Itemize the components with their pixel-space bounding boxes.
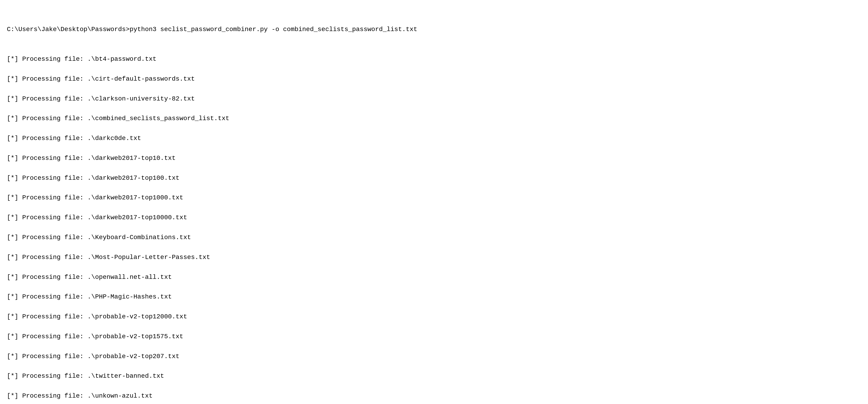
terminal-line-9: [*] Processing file: .\Keyboard-Combinat…: [7, 232, 861, 242]
terminal-output: C:\Users\Jake\Desktop\Passwords>python3 …: [7, 5, 861, 44]
terminal-line-16: [*] Processing file: .\twitter-banned.tx…: [7, 371, 861, 381]
terminal-line-4: [*] Processing file: .\darkc0de.txt: [7, 133, 861, 143]
terminal-line-0: [*] Processing file: .\bt4-password.txt: [7, 54, 861, 64]
terminal-line-13: [*] Processing file: .\probable-v2-top12…: [7, 312, 861, 321]
terminal-line-2: [*] Processing file: .\clarkson-universi…: [7, 94, 861, 104]
terminal-line-11: [*] Processing file: .\openwall.net-all.…: [7, 272, 861, 282]
terminal-line-1: [*] Processing file: .\cirt-default-pass…: [7, 74, 861, 84]
terminal-line-15: [*] Processing file: .\probable-v2-top20…: [7, 351, 861, 361]
command-line: C:\Users\Jake\Desktop\Passwords>python3 …: [7, 25, 861, 34]
terminal-line-8: [*] Processing file: .\darkweb2017-top10…: [7, 213, 861, 222]
terminal-line-3: [*] Processing file: .\combined_seclists…: [7, 114, 861, 123]
terminal-line-5: [*] Processing file: .\darkweb2017-top10…: [7, 153, 861, 163]
terminal-lines: [*] Processing file: .\bt4-password.txt …: [7, 44, 861, 404]
terminal-line-7: [*] Processing file: .\darkweb2017-top10…: [7, 193, 861, 203]
terminal-line-14: [*] Processing file: .\probable-v2-top15…: [7, 332, 861, 341]
terminal-line-12: [*] Processing file: .\PHP-Magic-Hashes.…: [7, 292, 861, 302]
terminal-line-10: [*] Processing file: .\Most-Popular-Lett…: [7, 252, 861, 262]
terminal-line-6: [*] Processing file: .\darkweb2017-top10…: [7, 173, 861, 183]
terminal-line-17: [*] Processing file: .\unkown-azul.txt: [7, 391, 861, 401]
